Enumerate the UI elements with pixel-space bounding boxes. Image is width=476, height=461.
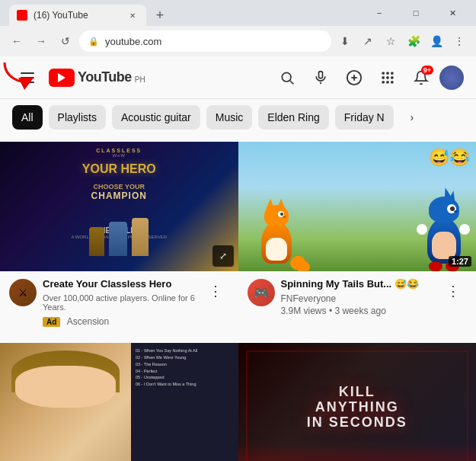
video-thumbnail-4[interactable]: KILLANYTHINGIN SECONDS [238, 343, 477, 461]
close-button[interactable]: ✕ [435, 0, 470, 26]
view-count-2: 3.9M views [281, 306, 327, 316]
profile-button[interactable]: 👤 [426, 30, 447, 52]
search-button[interactable] [272, 62, 302, 93]
video-card-1: CLASSLESS WoW YOUR HERO CHOOSE YOUR CHAM… [0, 136, 238, 337]
chip-all-label: All [21, 111, 34, 123]
svg-rect-11 [382, 76, 385, 78]
playlist-item-6: 06 - I Don't Want to Miss a Thing [136, 381, 234, 388]
header-actions: 9+ [272, 62, 464, 93]
playlist-item-2: 02 - When We Were Young [136, 354, 234, 361]
svg-rect-16 [391, 81, 393, 83]
ad-info-1: Ad Ascension [43, 314, 196, 328]
tab-close-button[interactable]: ✕ [126, 9, 139, 21]
chip-elden-ring-label: Elden Ring [267, 111, 320, 123]
video-info-2: 🎮 Spinning My Tails But... 😅😂 FNFeveryon… [238, 271, 477, 319]
playlist-item-5: 05 - Unstepped [136, 374, 234, 381]
extensions-button[interactable]: 🧩 [403, 30, 424, 52]
svg-rect-15 [386, 81, 388, 83]
video-thumbnail-2[interactable]: 😅😂 1:27 [238, 142, 477, 271]
window-controls: − □ ✕ [362, 0, 470, 26]
video-description-1: Over 100,000 active players. Online for … [43, 293, 196, 312]
chip-music[interactable]: Music [206, 105, 253, 130]
share-button[interactable]: ↗ [357, 30, 379, 52]
address-text: youtube.com [105, 36, 322, 47]
active-tab[interactable]: (16) YouTube ✕ [9, 5, 146, 26]
forward-button[interactable]: → [30, 30, 52, 52]
content-area: CLASSLESS WoW YOUR HERO CHOOSE YOUR CHAM… [0, 136, 476, 461]
new-tab-button[interactable]: + [149, 5, 171, 26]
tab-title: (16) YouTube [34, 10, 120, 21]
chip-acoustic-label: Acoustic guitar [121, 111, 191, 123]
video-card-2: 😅😂 1:27 🎮 Spinning My Tails But... 😅😂 FN… [238, 136, 477, 337]
svg-rect-13 [391, 76, 393, 78]
browser-window: (16) YouTube ✕ + − □ ✕ ← → ↺ 🔒 youtube.c… [0, 0, 476, 461]
address-bar[interactable]: 🔒 youtube.com [79, 30, 331, 52]
video-thumbnail-1[interactable]: CLASSLESS WoW YOUR HERO CHOOSE YOUR CHAM… [0, 142, 238, 271]
red-arrow-indicator [0, 56, 38, 94]
user-avatar[interactable] [439, 66, 464, 90]
chip-all[interactable]: All [12, 105, 43, 130]
thumb-classless-bg: CLASSLESS WoW YOUR HERO CHOOSE YOUR CHAM… [0, 142, 238, 271]
browser-menu-button[interactable]: ⋮ [449, 30, 470, 52]
youtube-app: YouTube PH [0, 56, 476, 461]
chips-next-button[interactable]: › [400, 105, 424, 130]
thumb-sonic-bg: 😅😂 [238, 142, 477, 271]
svg-point-1 [282, 72, 291, 82]
video-details-1: Create Your Classless Hero Over 100,000 … [43, 277, 196, 328]
channel-name-2: FNFeveryone [281, 293, 434, 304]
video-details-2: Spinning My Tails But... 😅😂 FNFeveryone … [281, 277, 434, 316]
svg-rect-10 [391, 72, 393, 74]
back-button[interactable]: ← [6, 30, 27, 52]
svg-rect-14 [382, 81, 385, 83]
svg-line-2 [290, 80, 294, 84]
maximize-button[interactable]: □ [398, 0, 433, 26]
minimize-button[interactable]: − [362, 0, 397, 26]
notifications-button[interactable]: 9+ [406, 62, 436, 93]
chip-playlists-label: Playlists [58, 111, 97, 123]
svg-rect-9 [386, 72, 388, 74]
video-more-button-1[interactable]: ⋮ [202, 277, 229, 305]
menu-button[interactable] [12, 62, 43, 93]
browser-actions: ⬇ ↗ ☆ 🧩 👤 ⋮ [334, 30, 470, 52]
video-title-2: Spinning My Tails But... 😅😂 [281, 277, 434, 291]
channel-avatar-2[interactable]: 🎮 [248, 279, 275, 306]
video-title-1: Create Your Classless Hero [43, 277, 196, 291]
microphone-icon [313, 70, 328, 85]
tab-favicon [17, 10, 27, 21]
video-meta-2: 3.9M views • 3 weeks ago [281, 306, 434, 316]
chip-playlists[interactable]: Playlists [49, 105, 106, 130]
secure-icon: 🔒 [88, 37, 99, 46]
ad-badge: Ad [43, 317, 60, 327]
chip-friday-label: Friday N [344, 111, 385, 123]
chip-friday[interactable]: Friday N [335, 105, 394, 130]
video-info-1: ⚔ Create Your Classless Hero Over 100,00… [0, 271, 238, 331]
reload-button[interactable]: ↺ [55, 30, 76, 52]
search-icon [280, 70, 295, 85]
duration-badge-2: 1:27 [449, 256, 471, 267]
upload-button[interactable] [339, 62, 369, 93]
video-card-3: 01 - When You Say Nothing At All 02 - Wh… [0, 337, 238, 461]
download-button[interactable]: ⬇ [334, 30, 356, 52]
video-more-button-2[interactable]: ⋮ [439, 277, 467, 305]
svg-rect-3 [319, 71, 323, 78]
notification-count: 9+ [421, 66, 433, 75]
expand-button[interactable]: ⤢ [212, 245, 234, 267]
svg-rect-12 [386, 76, 388, 78]
voice-search-button[interactable] [305, 62, 336, 93]
upload-icon [346, 69, 363, 86]
apps-button[interactable] [372, 62, 403, 93]
playlist-item-3: 03 - The Reason [136, 361, 234, 368]
youtube-logo[interactable]: YouTube PH [49, 69, 145, 87]
bookmark-button[interactable]: ☆ [380, 30, 401, 52]
chip-elden-ring[interactable]: Elden Ring [258, 105, 329, 130]
apps-icon [380, 70, 395, 85]
playlist-item-4: 04 - Perfect [136, 368, 234, 375]
video-grid: CLASSLESS WoW YOUR HERO CHOOSE YOUR CHAM… [0, 136, 476, 461]
video-thumbnail-3[interactable]: 01 - When You Say Nothing At All 02 - Wh… [0, 343, 238, 461]
youtube-logo-text: YouTube [78, 69, 132, 85]
navigation-bar: ← → ↺ 🔒 youtube.com ⬇ ↗ ☆ 🧩 👤 ⋮ [0, 26, 476, 56]
chip-acoustic[interactable]: Acoustic guitar [112, 105, 200, 130]
youtube-header: YouTube PH [0, 56, 476, 99]
time-ago-2: 3 weeks ago [334, 306, 385, 316]
channel-avatar-1[interactable]: ⚔ [9, 279, 37, 306]
